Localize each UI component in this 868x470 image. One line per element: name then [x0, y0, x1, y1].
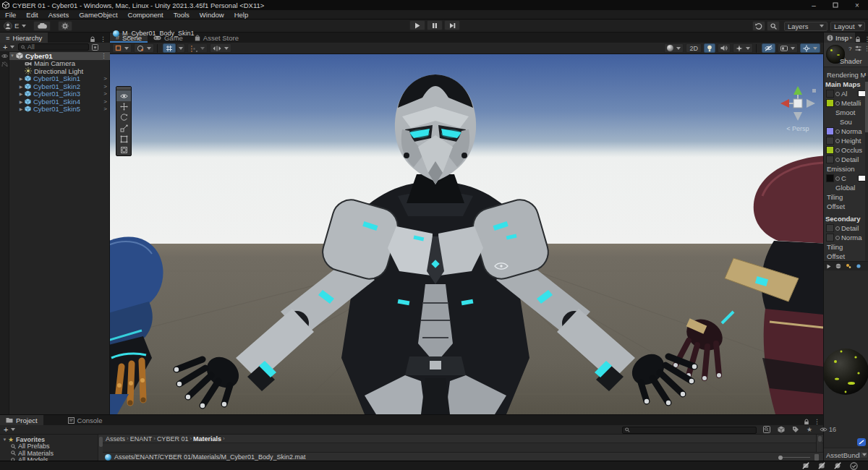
row-options-icon[interactable]: ⋮ [101, 52, 107, 59]
scene-picking-icon[interactable] [1, 61, 8, 67]
favorites-star-icon[interactable]: ★ [807, 426, 812, 433]
texture-picker-icon[interactable] [835, 226, 840, 231]
menu-tools[interactable]: Tools [169, 10, 195, 20]
thumbnail-zoom-slider-track[interactable] [778, 457, 810, 458]
all-prefabs-row[interactable]: All Prefabs [0, 443, 98, 450]
lighting-disabled-icon[interactable] [802, 462, 809, 469]
scene-lighting-button[interactable] [704, 43, 715, 53]
asset-list-row[interactable]: M_Cyber01_Body_Skin1 [103, 29, 823, 38]
normal-texture-thumb[interactable] [826, 127, 834, 135]
scene-viewport[interactable]: < Persp [110, 54, 823, 414]
tab-hierarchy[interactable]: ≡ Hierarchy [0, 33, 48, 43]
maximize-button[interactable] [825, 0, 846, 10]
albedo-texture-thumb[interactable] [826, 90, 834, 98]
menu-file[interactable]: File [0, 10, 21, 20]
occlusion-texture-thumb[interactable] [826, 146, 834, 154]
material-preview-area[interactable] [824, 270, 868, 448]
scale-tool-button[interactable] [116, 123, 131, 134]
breadcrumb-enant[interactable]: ENANT [130, 435, 153, 443]
menu-help[interactable]: Help [229, 10, 254, 20]
thumbnail-zoom-slider-knob[interactable] [778, 456, 783, 460]
camera-settings-button[interactable] [778, 43, 798, 53]
search-save-icon[interactable] [763, 426, 770, 433]
expand-twisty-icon[interactable]: ▶ [18, 106, 24, 111]
preview-play-icon[interactable] [827, 264, 831, 269]
hierarchy-row-skin2[interactable]: ▶ Cyber01_Skin2 > [9, 82, 110, 90]
menu-window[interactable]: Window [195, 10, 229, 20]
assetbundle-dropdown[interactable] [860, 451, 868, 458]
hidden-count-eye-icon[interactable] [820, 427, 827, 432]
cloud-button[interactable] [33, 21, 51, 31]
label-tag-icon[interactable] [792, 426, 799, 433]
toggle-2d-button[interactable]: 2D [686, 43, 702, 53]
expand-twisty-icon[interactable]: ▶ [18, 84, 24, 89]
account-initial[interactable]: E [14, 22, 19, 30]
texture-picker-icon[interactable] [835, 101, 840, 106]
prefab-open-chevron[interactable]: > [103, 90, 107, 97]
material-menu-icon[interactable]: ⋮ [864, 45, 868, 52]
hierarchy-picker-icon[interactable] [92, 44, 98, 51]
breadcrumb-materials[interactable]: Materials [193, 435, 221, 443]
activity-check-icon[interactable] [850, 462, 858, 470]
preview-particles-icon[interactable] [846, 263, 851, 269]
hierarchy-row-skin1[interactable]: ▶ Cyber01_Skin1 > [9, 75, 110, 83]
pathbar-scroll-nub[interactable] [814, 454, 819, 461]
preview-mesh-icon[interactable] [835, 263, 841, 269]
project-lock-icon[interactable] [804, 419, 809, 425]
increment-snap-button[interactable] [187, 43, 208, 53]
scene-visibility-eye-icon[interactable] [1, 54, 8, 59]
hierarchy-row-skin5[interactable]: ▶ Cyber01_Skin5 > [9, 106, 110, 114]
scene-visibility-button[interactable] [762, 43, 775, 53]
breadcrumb-cyber01[interactable]: CYBER 01 [157, 435, 189, 443]
prefab-open-chevron[interactable]: > [103, 83, 107, 90]
expand-twisty-icon[interactable]: ▶ [18, 99, 24, 104]
texture-picker-icon[interactable] [835, 129, 840, 134]
project-menu-icon[interactable]: ⋮ [814, 418, 820, 425]
gizmo-x-axis-cone[interactable] [780, 99, 789, 108]
project-content-scrollbar[interactable] [816, 435, 822, 452]
texture-picker-icon[interactable] [835, 148, 840, 153]
hierarchy-row-light[interactable]: Directional Light [9, 67, 110, 75]
tab-console[interactable]: Console [62, 415, 109, 425]
inspector-scrollbar[interactable] [865, 76, 868, 293]
help-icon[interactable]: ? [848, 46, 851, 52]
tab-project[interactable]: Project [0, 415, 43, 425]
preview-light-icon[interactable] [856, 263, 861, 269]
hierarchy-row-skin4[interactable]: ▶ Cyber01_Skin4 > [9, 98, 110, 106]
secondary-normal-thumb[interactable] [826, 234, 834, 242]
probes-disabled-icon[interactable] [834, 462, 841, 469]
orientation-gizmo[interactable]: < Persp [773, 83, 823, 135]
prefab-open-chevron[interactable]: > [103, 106, 107, 112]
move-tool-button[interactable] [116, 101, 131, 112]
all-materials-row[interactable]: All Materials [0, 450, 98, 457]
breadcrumb-assets[interactable]: Assets [106, 435, 125, 443]
services-gear-button[interactable] [58, 21, 72, 31]
persp-label[interactable]: < Persp [773, 125, 823, 132]
rect-tool-button[interactable] [116, 134, 131, 145]
gizmo-axis-cone-down[interactable] [793, 112, 802, 121]
inspector-menu-icon[interactable]: ⋮ [864, 35, 868, 43]
gizmo-y-axis-cone[interactable] [793, 86, 802, 95]
transform-tool-button[interactable] [116, 145, 131, 155]
tab-inspector[interactable]: Insp ▸ [824, 33, 855, 43]
favorites-row[interactable]: ▼ ★ Favorites [0, 436, 98, 443]
inspector-lock-icon[interactable] [855, 36, 861, 43]
hierarchy-search-input[interactable] [27, 43, 87, 51]
rotate-tool-button[interactable] [116, 112, 131, 123]
minimize-button[interactable]: – [803, 0, 825, 10]
project-search-input[interactable] [631, 427, 754, 434]
grid-snapping-caret-button[interactable] [176, 43, 185, 53]
bake-disabled-icon[interactable] [818, 462, 825, 469]
scene-effects-button[interactable] [733, 43, 753, 53]
detail-texture-thumb[interactable] [826, 155, 834, 163]
scene-audio-button[interactable] [718, 43, 731, 53]
gizmo-center-cube[interactable] [793, 99, 802, 108]
grid-snapping-button[interactable] [163, 43, 176, 53]
account-icon[interactable] [4, 22, 12, 30]
detail-albedo-thumb[interactable] [826, 224, 834, 232]
menu-gameobject[interactable]: GameObject [74, 10, 122, 20]
close-button[interactable]: × [846, 0, 868, 10]
tool-handle-pivot-button[interactable] [112, 43, 132, 53]
view-tool-button[interactable] [116, 90, 131, 101]
gizmos-button[interactable] [800, 43, 820, 53]
